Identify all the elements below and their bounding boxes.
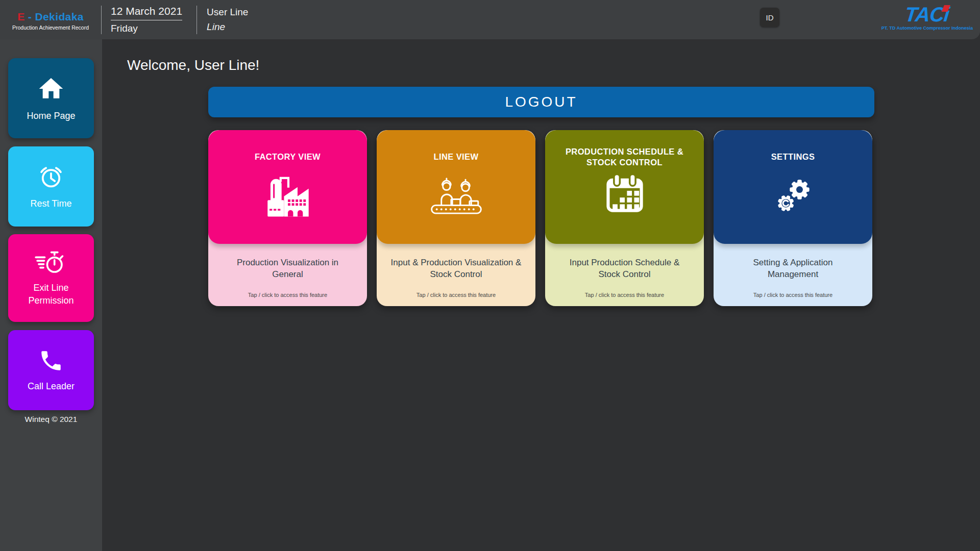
card-description: Input Production Schedule & Stock Contro…: [558, 257, 691, 281]
card-production-schedule-header: PRODUCTION SCHEDULE & STOCK CONTROL: [545, 130, 704, 244]
app-logo-prefix: E: [17, 11, 24, 22]
date-text: 12 March 2021: [111, 5, 182, 20]
card-factory-view[interactable]: FACTORY VIEW: [208, 130, 367, 306]
calendar-chart-icon: [602, 172, 647, 244]
card-line-view-header: LINE VIEW: [377, 130, 535, 244]
welcome-heading: Welcome, User Line!: [127, 57, 259, 73]
card-hint: Tap / click to access this feature: [377, 292, 535, 298]
app-logo-title: E - Dekidaka: [0, 11, 101, 23]
header-date-block: 12 March 2021 Friday: [102, 5, 197, 34]
user-name: User Line: [207, 7, 248, 18]
sidebar-item-label: Exit Line Permission: [19, 282, 83, 307]
factory-icon: [261, 172, 315, 244]
user-role: Line: [207, 21, 248, 33]
company-logo: TACi PT. TD Automotive Compressor Indone…: [881, 4, 973, 31]
card-title: SETTINGS: [764, 142, 822, 172]
card-line-view[interactable]: LINE VIEW: [377, 130, 535, 306]
card-description: Setting & Application Management: [734, 257, 852, 281]
app-logo-subtitle: Production Achievement Record: [0, 24, 101, 31]
header-divider: [197, 6, 197, 34]
card-hint: Tap / click to access this feature: [545, 292, 704, 298]
header-user-block: User Line Line: [197, 7, 248, 33]
card-description: Production Visualization in General: [224, 257, 352, 281]
copyright-text: Winteq © 2021: [0, 415, 102, 424]
alarm-clock-icon: [37, 163, 65, 191]
day-text: Friday: [111, 23, 182, 34]
sidebar-item-home-page[interactable]: Home Page: [8, 58, 94, 138]
workers-conveyor-icon: [429, 172, 484, 244]
card-factory-view-header: FACTORY VIEW: [208, 130, 367, 244]
sidebar: Home Page Rest Time: [0, 39, 102, 551]
app-header: E - Dekidaka Production Achievement Reco…: [0, 0, 980, 39]
card-title: FACTORY VIEW: [248, 142, 328, 172]
language-id-button[interactable]: ID: [760, 8, 779, 27]
logout-button[interactable]: LOGOUT: [208, 87, 874, 117]
card-factory-view-body: Production Visualization in General Tap …: [208, 244, 367, 306]
sidebar-item-label: Home Page: [27, 110, 75, 122]
card-title: PRODUCTION SCHEDULE & STOCK CONTROL: [545, 142, 704, 172]
app-logo: E - Dekidaka Production Achievement Reco…: [0, 9, 101, 31]
card-production-schedule[interactable]: PRODUCTION SCHEDULE & STOCK CONTROL: [545, 130, 704, 306]
home-icon: [37, 74, 65, 103]
company-logo-subtitle: PT. TD Automotive Compressor Indonesia: [881, 26, 973, 31]
app-logo-name: - Dekidaka: [28, 11, 84, 22]
card-settings-header: SETTINGS: [714, 130, 872, 244]
feature-cards: FACTORY VIEW: [208, 130, 872, 306]
header-divider: [101, 6, 102, 34]
sidebar-item-label: Rest Time: [30, 197, 71, 210]
card-settings-body: Setting & Application Management Tap / c…: [714, 244, 872, 306]
card-title: LINE VIEW: [427, 142, 486, 172]
phone-icon: [38, 348, 64, 373]
sidebar-item-label: Call Leader: [28, 380, 75, 392]
card-hint: Tap / click to access this feature: [714, 292, 872, 298]
sidebar-item-rest-time[interactable]: Rest Time: [8, 146, 94, 227]
card-hint: Tap / click to access this feature: [208, 292, 367, 298]
stopwatch-speed-icon: [34, 249, 68, 275]
card-settings[interactable]: SETTINGS: [714, 130, 872, 306]
sidebar-item-call-leader[interactable]: Call Leader: [8, 330, 94, 410]
company-logo-text: TACi: [904, 4, 950, 25]
card-production-schedule-body: Input Production Schedule & Stock Contro…: [545, 244, 704, 306]
card-line-view-body: Input & Production Visualization & Stock…: [377, 244, 535, 306]
gears-icon: [769, 172, 818, 244]
card-description: Input & Production Visualization & Stock…: [380, 257, 533, 281]
sidebar-item-exit-line-permission[interactable]: Exit Line Permission: [8, 234, 94, 322]
